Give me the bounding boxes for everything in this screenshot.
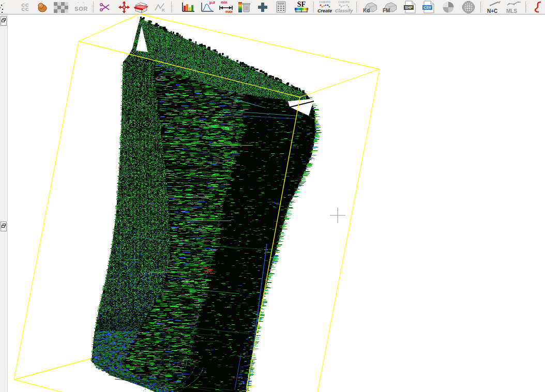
shp-file-icon: SHP bbox=[403, 1, 417, 13]
csv-file-icon: CSV bbox=[422, 1, 435, 13]
sf-calculator-button[interactable] bbox=[274, 0, 287, 14]
mesh-sample-button[interactable] bbox=[36, 0, 49, 14]
sor-filter-button[interactable]: ·˟·˟ SOR bbox=[72, 0, 90, 14]
globe-button[interactable] bbox=[460, 0, 477, 14]
calculator-icon bbox=[276, 1, 286, 13]
canupo-create-label: Create bbox=[317, 9, 332, 13]
scissors-button[interactable] bbox=[98, 0, 112, 14]
svg-text:CSV: CSV bbox=[423, 6, 431, 9]
s-plugin-button[interactable] bbox=[531, 0, 545, 14]
canupo-create-button[interactable]: CANUPO Create bbox=[316, 0, 333, 14]
kd-label: Kd bbox=[363, 8, 370, 13]
mesh-blob-icon bbox=[37, 2, 48, 13]
cross-section-button[interactable] bbox=[133, 0, 149, 14]
checkerboard-button[interactable] bbox=[53, 0, 69, 14]
cc-label: CC CC bbox=[22, 3, 29, 11]
sor-dots: ·˟·˟ bbox=[75, 2, 85, 5]
dock-button-middle[interactable] bbox=[1, 222, 7, 231]
globe-icon bbox=[462, 1, 475, 14]
checkerboard-icon bbox=[53, 2, 69, 13]
separator bbox=[480, 2, 481, 12]
sf-gradient-button[interactable]: SF bbox=[293, 0, 310, 14]
histogram-icon bbox=[181, 2, 195, 13]
sphere-icon bbox=[442, 1, 455, 13]
fm-label: FM bbox=[383, 8, 390, 13]
cross-section-icon bbox=[133, 1, 149, 13]
canupo-classify-label: Classify bbox=[335, 9, 353, 13]
min-label: min bbox=[221, 1, 227, 4]
sor-label: SOR bbox=[74, 6, 87, 12]
separator bbox=[356, 2, 357, 12]
cc-disabled-button[interactable]: CC CC bbox=[19, 0, 32, 14]
colorbar-icon bbox=[238, 2, 242, 12]
csv-export-button[interactable]: CSV bbox=[420, 0, 437, 14]
canupo-create-icon bbox=[319, 4, 331, 9]
histogram-button[interactable] bbox=[180, 0, 196, 14]
separator bbox=[93, 2, 94, 12]
3d-viewport[interactable] bbox=[0, 0, 545, 392]
separator bbox=[171, 2, 172, 12]
translate-rotate-icon bbox=[118, 1, 130, 13]
s-plugin-icon bbox=[532, 1, 544, 14]
separator bbox=[313, 2, 314, 12]
separator bbox=[525, 2, 526, 12]
musigma-label: μ,σ bbox=[209, 1, 215, 4]
canupo-classify-icon bbox=[338, 4, 350, 9]
sf-ticks bbox=[295, 10, 308, 12]
add-sf-button[interactable] bbox=[254, 0, 271, 14]
pencil-icon bbox=[487, 1, 502, 7]
left-dock bbox=[0, 14, 8, 392]
polyline-icon bbox=[154, 2, 166, 12]
mls-curve-icon bbox=[506, 1, 522, 7]
normals-compute-button[interactable]: N+C bbox=[486, 0, 503, 14]
translate-rotate-button[interactable] bbox=[117, 0, 131, 14]
mls-smooth-button[interactable]: MLS bbox=[505, 0, 524, 14]
sf-label: SF bbox=[297, 2, 306, 8]
main-toolbar: CC CC ·˟·˟ SOR μ,σ bbox=[0, 0, 545, 14]
fm-button[interactable]: FM bbox=[382, 0, 399, 14]
minmax-button[interactable]: min max bbox=[218, 0, 234, 14]
kd-tree-button[interactable]: Kd bbox=[362, 0, 380, 14]
nc-label: N+C bbox=[487, 8, 497, 14]
mls-label: MLS bbox=[506, 8, 517, 14]
trash-icon bbox=[242, 2, 250, 13]
polyline-trace-button[interactable] bbox=[153, 0, 167, 14]
plus-icon bbox=[258, 2, 268, 12]
sphere-button[interactable] bbox=[440, 0, 457, 14]
delete-sf-button[interactable] bbox=[236, 0, 252, 14]
shp-export-button[interactable]: SHP bbox=[402, 0, 418, 14]
scissors-icon bbox=[99, 2, 111, 12]
canupo-classify-button[interactable]: CANUPO Classify bbox=[334, 0, 354, 14]
svg-text:SHP: SHP bbox=[405, 6, 413, 9]
gauss-stats-button[interactable]: μ,σ bbox=[200, 0, 215, 14]
max-label: max bbox=[225, 10, 233, 13]
point-list-picking-icon[interactable] bbox=[0, 0, 7, 14]
dock-button-top[interactable] bbox=[1, 16, 7, 26]
